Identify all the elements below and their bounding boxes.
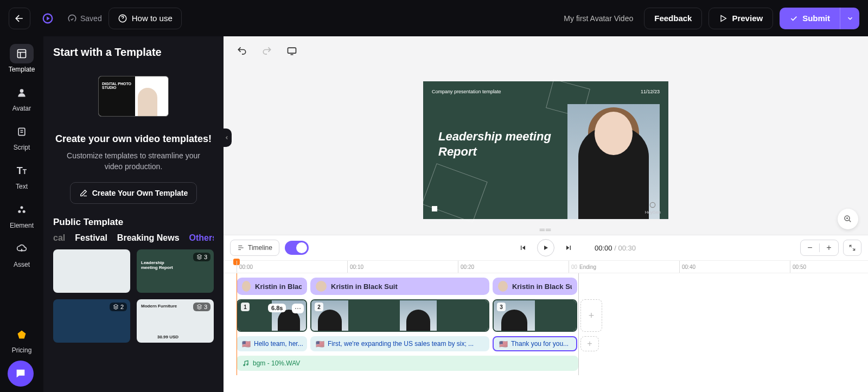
scene-menu-button[interactable]: ⋯ (292, 304, 304, 313)
stack-badge: 3 (193, 253, 210, 261)
cta-title: Create your own video templates! (53, 133, 214, 145)
timeline-toggle[interactable] (285, 241, 309, 255)
script-clip-1[interactable]: 🇺🇸Hello team, her... (237, 336, 307, 351)
svg-point-3 (20, 89, 24, 93)
svg-point-11 (244, 364, 245, 365)
tab-others[interactable]: Others (189, 233, 214, 243)
avatar-clip-3[interactable]: Kristin in Black Suit (493, 278, 577, 295)
slide-title: Leadership meetingReport (438, 129, 551, 159)
stack-badge: 3 (193, 303, 210, 311)
tab-festival[interactable]: Festival (75, 233, 107, 243)
scene-track: 1 6.8s ⋯ 2 3 + (237, 299, 860, 332)
svg-point-7 (23, 210, 25, 213)
zoom-out-button[interactable]: − (801, 243, 819, 253)
template-card-1[interactable] (53, 249, 130, 293)
add-scene-button[interactable]: + (580, 299, 602, 332)
play-button[interactable] (537, 239, 554, 256)
feedback-button[interactable]: Feedback (644, 8, 702, 29)
panel-title: Start with a Template (53, 46, 214, 59)
timeline-mode-button[interactable]: Timeline (230, 240, 279, 256)
slide-preview[interactable]: Company presentation template 11/12/23 L… (423, 81, 668, 219)
svg-point-5 (21, 206, 23, 209)
collapse-panel-button[interactable] (222, 128, 232, 147)
audio-clip[interactable]: bgm - 10%.WAV (237, 356, 578, 371)
avatar-clip-2[interactable]: Kristin in Black Suit (310, 278, 489, 295)
template-card-4[interactable]: 3 Modern Furniture 30.99 USD (137, 299, 214, 343)
how-to-use-button[interactable]: How to use (108, 8, 182, 29)
ending-label: Ending (579, 261, 596, 273)
nav-pricing[interactable]: Pricing (10, 325, 34, 354)
audio-track: bgm - 10%.WAV (237, 356, 860, 371)
script-clip-2[interactable]: 🇺🇸First, we're expanding the US sales te… (310, 336, 489, 351)
template-card-2[interactable]: 3 Leadership meeting Report (137, 249, 214, 293)
add-script-button[interactable]: + (580, 336, 599, 351)
template-card-3[interactable]: 2 (53, 299, 130, 343)
cta-subtitle: Customize templates to streamline your v… (53, 150, 214, 172)
avatar-clip-1[interactable]: Kristin in Black S (237, 278, 307, 295)
nav-text[interactable]: TT Text (10, 161, 34, 190)
nav-template[interactable]: Template (9, 44, 35, 73)
zoom-controls: − + (800, 240, 839, 256)
create-template-button[interactable]: Create Your Own Template (70, 182, 197, 204)
script-track: 🇺🇸Hello team, her... 🇺🇸First, we're expa… (237, 336, 860, 351)
back-button[interactable] (9, 8, 30, 29)
undo-button[interactable] (237, 46, 247, 56)
template-panel: Start with a Template DIGITAL PHOTO STUD… (43, 36, 224, 392)
public-template-title: Public Template (53, 217, 214, 228)
template-tabs: cal Festival Breaking News Others (53, 233, 214, 243)
saved-status: Saved (67, 14, 102, 23)
tab-cal[interactable]: cal (53, 233, 65, 243)
scene-clip-1[interactable]: 1 6.8s ⋯ (237, 299, 307, 332)
app-logo (37, 8, 59, 29)
nav-script[interactable]: Script (10, 122, 34, 151)
preview-button[interactable]: Preview (709, 8, 773, 29)
slide-header-left: Company presentation template (432, 89, 501, 94)
script-clip-3[interactable]: 🇺🇸Thank you for you... (493, 336, 577, 351)
stack-badge: 2 (110, 303, 127, 311)
tab-breaking-news[interactable]: Breaking News (117, 233, 180, 243)
brand-logo: HeyGen (645, 201, 661, 215)
avatar-track: Kristin in Black S Kristin in Black Suit… (237, 278, 860, 295)
device-preview-button[interactable] (286, 46, 297, 56)
hero-template-preview[interactable]: DIGITAL PHOTO STUDIO (53, 66, 214, 126)
expand-timeline-button[interactable] (843, 240, 861, 256)
redo-button[interactable] (261, 46, 272, 56)
svg-rect-8 (288, 48, 296, 53)
slide-header-right: 11/12/23 (641, 89, 660, 94)
svg-point-6 (18, 210, 21, 213)
prev-button[interactable] (519, 243, 527, 252)
next-button[interactable] (564, 243, 573, 252)
submit-dropdown[interactable] (840, 8, 859, 29)
submit-button[interactable]: Submit (780, 8, 840, 29)
nav-avatar[interactable]: Avatar (10, 83, 34, 112)
chat-button[interactable] (8, 361, 34, 387)
scene-clip-3[interactable]: 3 (493, 299, 577, 332)
scene-clip-2[interactable]: 2 (310, 299, 489, 332)
project-name: My first Avatar Video (564, 14, 633, 23)
svg-rect-2 (17, 50, 25, 58)
nav-rail: Template Avatar Script TT Text Element A… (0, 36, 43, 392)
time-display: 00:00 / 00:30 (595, 244, 636, 252)
svg-point-9 (650, 202, 655, 207)
zoom-in-button[interactable]: + (820, 243, 838, 253)
timeline-ruler[interactable]: 00:00 00:10 00:20 00 Ending 00:40 00:50 (224, 260, 868, 273)
svg-point-12 (247, 364, 248, 365)
nav-element[interactable]: Element (10, 200, 34, 229)
zoom-fab[interactable] (838, 209, 858, 229)
resize-handle[interactable]: ══ (540, 226, 552, 234)
nav-asset[interactable]: Asset (10, 239, 34, 268)
